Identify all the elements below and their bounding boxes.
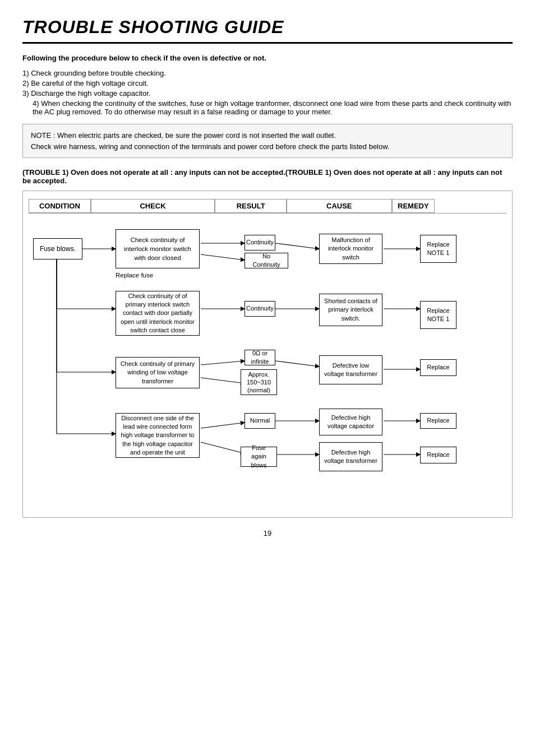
intro-item-2: 2) Be careful of the high voltage circui… (22, 79, 513, 87)
page-title: TROUBLE SHOOTING GUIDE (22, 17, 513, 44)
svg-line-18 (201, 423, 245, 428)
svg-line-13 (201, 378, 245, 383)
result4a-box: Normal (245, 413, 275, 429)
intro-item-1: 1) Check grounding before trouble checki… (22, 69, 513, 77)
svg-line-2 (201, 254, 245, 260)
check3-box: Check continuity of primary winding of l… (116, 357, 200, 388)
cause4b-box: Defective high voltage transformer (319, 442, 382, 471)
result3b-box: Approx. 150~310 (normal) (241, 369, 277, 395)
intro-bold: Following the procedure below to check i… (22, 54, 513, 62)
svg-line-12 (201, 361, 245, 365)
result3a-box: 0Ω or infinite (245, 350, 275, 365)
remedy4a-box: Replace (420, 413, 456, 429)
check4-box: Disconnect one side of the lead wire con… (116, 413, 200, 458)
note-box: NOTE : When electric parts are checked, … (22, 124, 513, 158)
header-remedy: REMEDY (392, 199, 435, 213)
header-condition: CONDITION (29, 199, 91, 213)
result2-box: Continuity (245, 301, 275, 317)
remedy4b-box: Replace (420, 447, 456, 463)
flow-area: Fuse blows. Check continuity of interloc… (29, 218, 506, 509)
result1b-box: No Continuity (245, 253, 288, 268)
note-line2: Check wire harness, wiring and connectio… (31, 142, 390, 151)
header-cause: CAUSE (287, 199, 391, 213)
result1a-box: Continuity (245, 235, 275, 251)
header-result: RESULT (215, 199, 287, 213)
svg-line-19 (201, 442, 245, 453)
intro-list: 1) Check grounding before trouble checki… (22, 69, 513, 116)
diag-header: CONDITION CHECK RESULT CAUSE REMEDY (29, 199, 506, 214)
remedy3-box: Replace (420, 359, 456, 376)
intro-item-4: 4) When checking the continuity of the s… (22, 99, 513, 116)
trouble-label: (TROUBLE 1) Oven does not operate at all… (22, 168, 513, 185)
remedy2-box: Replace NOTE 1 (420, 301, 456, 329)
intro-item-3: 3) Discharge the high voltage capacitor. (22, 89, 513, 98)
check2-box: Check continuity of of primary interlock… (116, 291, 200, 336)
page-number: 19 (22, 529, 513, 537)
sub1-label: Replace fuse (116, 272, 153, 279)
condition-box: Fuse blows. (33, 238, 82, 259)
cause3-box: Defective low voltage transformer (319, 355, 382, 384)
note-line1: NOTE : When electric parts are checked, … (31, 131, 336, 140)
cause2-box: Shorted contacts of primary interlock sw… (319, 294, 382, 326)
cause1-box: Malfunction of interlock monitor switch (319, 234, 382, 264)
svg-line-14 (275, 361, 319, 367)
result4b-box: Fuse again blows (241, 447, 277, 467)
cause4a-box: Defective high voltage capacitor (319, 409, 382, 435)
diagram-container: CONDITION CHECK RESULT CAUSE REMEDY (22, 191, 513, 518)
check1-box: Check continuity of interlock monitor sw… (116, 229, 200, 268)
header-check: CHECK (91, 199, 215, 213)
svg-line-3 (275, 243, 319, 249)
remedy1-box: Replace NOTE 1 (420, 235, 456, 263)
